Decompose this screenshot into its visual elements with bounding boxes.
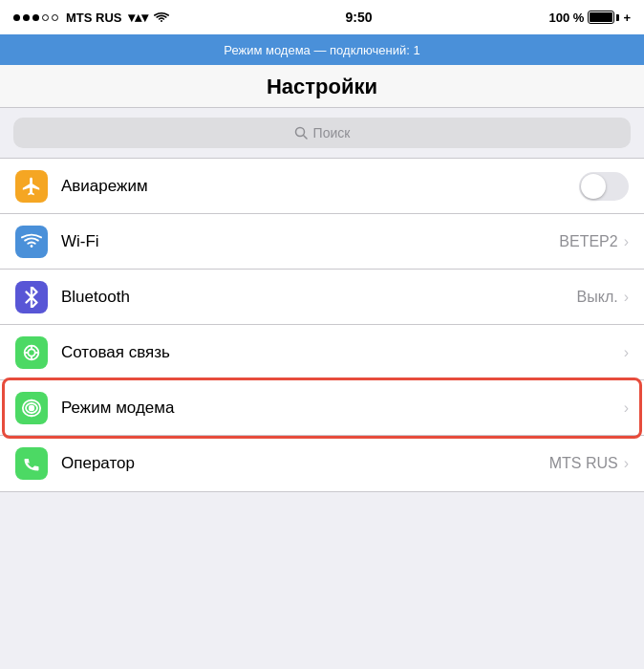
operator-value: MTS RUS [549, 455, 618, 472]
airplane-toggle[interactable] [579, 172, 629, 201]
wifi-status-icon: ▾▴▾ [128, 10, 148, 25]
hotspot-row-container: Режим модема › [0, 380, 644, 436]
airplane-icon [21, 176, 42, 197]
settings-row-airplane[interactable]: Авиарежим [0, 159, 644, 214]
cellular-icon [21, 342, 42, 363]
svg-point-2 [31, 245, 33, 248]
svg-point-4 [28, 349, 34, 356]
search-bar[interactable]: Поиск [13, 118, 631, 148]
wifi-label: Wi-Fi [61, 232, 559, 251]
battery-area: 100 % + [549, 11, 631, 25]
wifi-icon [154, 11, 169, 23]
battery-percentage: 100 % [549, 11, 585, 25]
cellular-icon-bg [15, 336, 48, 369]
cellular-chevron: › [624, 344, 629, 361]
time-display: 9:50 [346, 10, 373, 25]
bluetooth-value: Выкл. [577, 289, 618, 306]
hotspot-banner: Режим модема — подключений: 1 [0, 34, 644, 65]
bluetooth-chevron: › [624, 289, 629, 306]
bluetooth-icon-bg [15, 281, 48, 313]
lightning-icon: + [623, 11, 631, 25]
search-area: Поиск [0, 108, 644, 158]
page-title: Настройки [267, 75, 377, 98]
search-icon [294, 126, 308, 140]
carrier-name: MTS RUS [66, 11, 122, 25]
operator-label: Оператор [61, 454, 549, 473]
wifi-chevron: › [624, 233, 629, 250]
hotspot-icon [21, 398, 42, 419]
wifi-value: ВЕТЕР2 [559, 233, 617, 250]
hotspot-chevron: › [624, 399, 629, 417]
battery-icon [588, 11, 619, 24]
settings-row-cellular[interactable]: Сотовая связь › [0, 325, 644, 380]
phone-icon-bg [15, 447, 48, 480]
toggle-knob [581, 174, 606, 199]
hotspot-banner-text: Режим модема — подключений: 1 [224, 43, 419, 57]
operator-chevron: › [624, 455, 629, 472]
svg-line-1 [303, 136, 307, 140]
status-bar: MTS RUS ▾▴▾ 9:50 100 % + [0, 0, 644, 34]
hotspot-label: Режим модема [61, 399, 624, 418]
carrier-signal: MTS RUS ▾▴▾ [13, 10, 169, 25]
bluetooth-icon [23, 287, 40, 308]
settings-row-operator[interactable]: Оператор MTS RUS › [0, 436, 644, 491]
wifi-row-icon [21, 233, 42, 250]
settings-row-hotspot[interactable]: Режим модема › [0, 380, 644, 436]
cellular-label: Сотовая связь [61, 343, 624, 362]
settings-row-bluetooth[interactable]: Bluetooth Выкл. › [0, 270, 644, 325]
wifi-icon-bg [15, 226, 48, 258]
bluetooth-label: Bluetooth [61, 288, 577, 307]
airplane-label: Авиарежим [61, 177, 579, 196]
search-placeholder: Поиск [313, 125, 351, 140]
hotspot-icon-bg [15, 392, 48, 424]
settings-row-wifi[interactable]: Wi-Fi ВЕТЕР2 › [0, 214, 644, 270]
phone-icon [22, 454, 41, 473]
svg-point-9 [29, 404, 34, 410]
settings-section: Авиарежим Wi-Fi ВЕТЕР2 › Bluetooth Выкл. [0, 158, 644, 492]
page-title-bar: Настройки [0, 65, 644, 108]
airplane-icon-bg [15, 170, 48, 203]
